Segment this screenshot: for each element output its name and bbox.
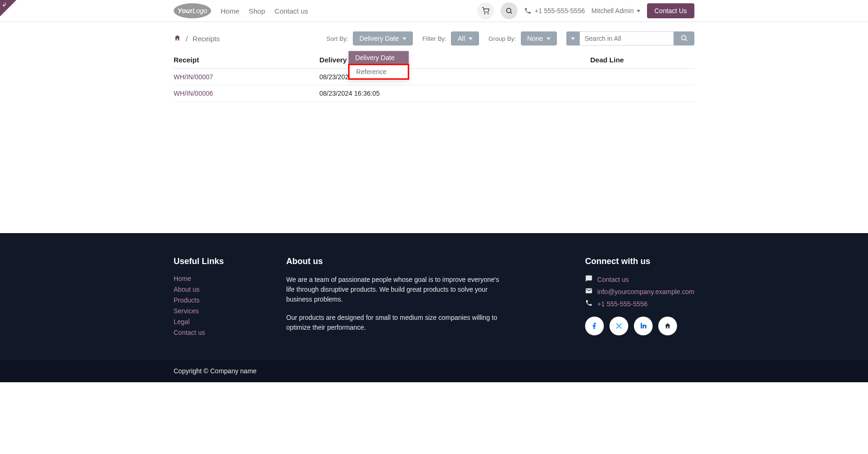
copyright-text: Copyright © Company name xyxy=(174,367,257,375)
footer-connect-title: Connect with us xyxy=(585,257,694,266)
footer-link-about[interactable]: About us xyxy=(174,286,199,293)
sort-option-reference[interactable]: Reference xyxy=(348,64,409,80)
chevron-down-icon xyxy=(469,38,472,40)
chevron-down-icon xyxy=(547,38,550,40)
footer: Useful Links Home About us Products Serv… xyxy=(0,233,868,360)
filter-by-dropdown[interactable]: All xyxy=(451,31,479,45)
col-receipt: Receipt xyxy=(174,51,320,69)
search-button[interactable] xyxy=(674,31,694,45)
breadcrumb-current: Receipts xyxy=(192,35,220,43)
home-icon[interactable] xyxy=(174,34,181,43)
footer-useful-title: Useful Links xyxy=(174,257,258,266)
header-phone-text: +1 555-555-5556 xyxy=(534,7,585,15)
edit-corner-tab[interactable] xyxy=(0,0,16,16)
footer-link-home[interactable]: Home xyxy=(174,275,191,282)
footer-link-legal[interactable]: Legal xyxy=(174,318,190,325)
facebook-icon[interactable] xyxy=(585,317,604,335)
search-icon[interactable] xyxy=(501,2,518,19)
svg-point-4 xyxy=(682,35,686,39)
home-social-icon[interactable] xyxy=(658,317,677,335)
svg-point-2 xyxy=(507,8,511,13)
sort-by-label: Sort By: xyxy=(327,35,348,42)
svg-point-1 xyxy=(488,13,488,14)
breadcrumb-separator: / xyxy=(186,35,188,43)
svg-line-5 xyxy=(685,39,687,41)
footer-about-title: About us xyxy=(286,257,502,266)
cell-deadline xyxy=(590,69,694,85)
cell-date: 08/23/2024 16:36:05 xyxy=(320,85,590,102)
logo[interactable]: YourLogo xyxy=(174,3,211,18)
chevron-down-icon xyxy=(637,10,640,12)
nav-link-shop[interactable]: Shop xyxy=(249,7,265,15)
sort-by-dropdown[interactable]: Delivery Date xyxy=(353,31,413,45)
breadcrumb: / Receipts xyxy=(174,34,220,43)
sort-dropdown-menu: Delivery Date Reference xyxy=(348,51,409,80)
top-navbar: YourLogo Home Shop Contact us +1 555-555… xyxy=(0,0,868,22)
linkedin-icon[interactable] xyxy=(634,317,653,335)
nav-link-contact[interactable]: Contact us xyxy=(274,7,308,15)
search-input[interactable] xyxy=(580,31,674,45)
receipt-link[interactable]: WH/IN/00007 xyxy=(174,73,213,81)
sort-option-delivery-date[interactable]: Delivery Date xyxy=(349,51,409,64)
cell-deadline xyxy=(590,85,694,102)
filter-by-label: Filter By: xyxy=(422,35,446,42)
footer-link-products[interactable]: Products xyxy=(174,296,199,304)
group-by-value: None xyxy=(527,35,543,42)
user-dropdown[interactable]: Mitchell Admin xyxy=(591,7,640,15)
nav-links: Home Shop Contact us xyxy=(221,7,308,15)
receipt-link[interactable]: WH/IN/00006 xyxy=(174,90,213,97)
footer-about-p1: We are a team of passionate people whose… xyxy=(286,275,502,304)
footer-phone-link[interactable]: +1 555-555-5556 xyxy=(597,300,647,308)
footer-link-services[interactable]: Services xyxy=(174,307,199,315)
footer-bottom: Copyright © Company name xyxy=(0,360,868,382)
chevron-down-icon xyxy=(571,38,575,40)
sort-by-value: Delivery Date xyxy=(359,35,399,42)
footer-link-contact[interactable]: Contact us xyxy=(174,329,205,336)
receipts-table: Receipt Delivery Date Dead Line WH/IN/00… xyxy=(174,51,694,102)
nav-link-home[interactable]: Home xyxy=(221,7,239,15)
envelope-icon xyxy=(585,287,593,296)
header-phone-link[interactable]: +1 555-555-5556 xyxy=(524,7,585,15)
table-row[interactable]: WH/IN/00006 08/23/2024 16:36:05 xyxy=(174,85,694,102)
group-by-dropdown[interactable]: None xyxy=(521,31,557,45)
col-deadline: Dead Line xyxy=(590,51,694,69)
chevron-down-icon xyxy=(403,38,406,40)
group-by-label: Group By: xyxy=(488,35,516,42)
svg-point-0 xyxy=(485,13,485,14)
contact-us-button[interactable]: Contact Us xyxy=(647,3,694,18)
table-row[interactable]: WH/IN/00007 08/23/2024 16:36:26 xyxy=(174,69,694,85)
footer-contact-link[interactable]: Contact us xyxy=(597,276,629,283)
footer-about-p2: Our products are designed for small to m… xyxy=(286,313,502,333)
svg-line-3 xyxy=(511,12,512,14)
x-twitter-icon[interactable] xyxy=(609,317,628,335)
chat-icon xyxy=(585,275,593,284)
phone-icon xyxy=(585,299,593,308)
filter-by-value: All xyxy=(457,35,465,42)
user-name: Mitchell Admin xyxy=(591,7,633,15)
cart-icon[interactable] xyxy=(477,2,494,19)
footer-email-link[interactable]: info@yourcompany.example.com xyxy=(597,288,694,295)
search-scope-dropdown[interactable] xyxy=(566,31,580,45)
